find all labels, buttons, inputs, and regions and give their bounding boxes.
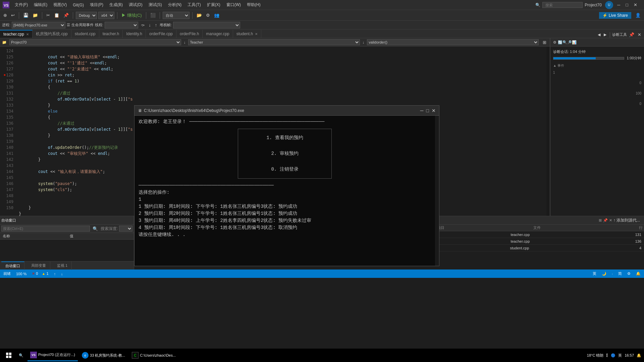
console-content[interactable]: 欢迎教师: 老王登录！ ────────────────────────────…: [135, 116, 435, 266]
tab-student-h[interactable]: student.h ✕: [233, 30, 261, 38]
settings-gear-icon[interactable]: ⚙: [627, 272, 631, 276]
menu-window[interactable]: 窗口(W): [224, 1, 244, 8]
menu-analyze[interactable]: 分析(N): [165, 1, 184, 8]
platform-select[interactable]: x64: [98, 12, 114, 19]
taskbar-browser-btn[interactable]: e 33 机房预约系统-教...: [79, 349, 128, 361]
zoom-icon[interactable]: 🔎: [567, 40, 572, 45]
maximize-window[interactable]: □: [624, 2, 630, 8]
panel-float-btn[interactable]: ⊞: [599, 218, 602, 223]
notification-badge[interactable]: 🔔: [637, 353, 641, 358]
minimize-window[interactable]: ─: [616, 2, 622, 8]
error-line-3: 4: [628, 246, 641, 250]
search-input[interactable]: [542, 2, 583, 8]
console-maximize[interactable]: □: [426, 108, 429, 113]
chart-icon[interactable]: 📊: [572, 40, 577, 45]
console-minimize[interactable]: ─: [420, 108, 424, 113]
paste-btn[interactable]: 📌: [62, 12, 70, 18]
diag-close-btn[interactable]: ✕: [636, 32, 643, 38]
console-input-line: 1: [139, 196, 431, 203]
tab-orderfile-cpp[interactable]: orderFile.cpp: [146, 30, 176, 38]
weather-temp: 18°C 晴朗: [587, 353, 604, 358]
debug-config-select[interactable]: Debug: [76, 12, 97, 19]
taskbar-console-btn[interactable]: C C:\Users\zhaoc\Des...: [129, 349, 178, 361]
process-select[interactable]: [9488] Project70.exe: [12, 22, 65, 28]
scope-select[interactable]: Teacher: [188, 39, 360, 45]
tab-scroll-right[interactable]: ▶: [602, 32, 608, 38]
console-scrollbar[interactable]: [435, 116, 439, 266]
close-window[interactable]: ✕: [632, 2, 639, 8]
auto-select[interactable]: 自动: [163, 12, 190, 19]
start-btn[interactable]: [3, 349, 15, 361]
menu-project[interactable]: 项目(P): [87, 1, 106, 8]
search-taskbar-btn[interactable]: 🔍: [16, 349, 26, 361]
notifications-icon[interactable]: 🔔: [636, 272, 641, 276]
liveshare-button[interactable]: ⚡ Live Share: [599, 12, 631, 19]
refresh-icon[interactable]: 🔄: [558, 40, 562, 45]
search-btn[interactable]: 🔍: [91, 226, 99, 232]
step-into-btn[interactable]: ↓: [147, 22, 152, 28]
step-out-btn[interactable]: ↑: [154, 22, 159, 28]
undo-btn[interactable]: ↩: [10, 12, 16, 18]
auto-search-input[interactable]: [1, 226, 90, 232]
save-btn[interactable]: 💾: [22, 12, 30, 18]
menu-git[interactable]: Git(G): [70, 2, 87, 8]
tab-student-cpp[interactable]: student.cpp: [71, 30, 99, 38]
new-project-btn[interactable]: ⊕: [2, 12, 8, 18]
tab-auto-window[interactable]: 自动窗口: [1, 261, 24, 270]
solution-explore-btn[interactable]: 📂: [195, 12, 203, 18]
tab-teacher-h[interactable]: teacher.h: [99, 30, 123, 38]
col-value: 值: [67, 233, 134, 239]
console-close[interactable]: ✕: [432, 108, 436, 113]
menu-test[interactable]: 测试(S): [146, 1, 165, 8]
panel-pin-btn[interactable]: 📌: [603, 218, 608, 223]
taskbar-vs-btn[interactable]: VS Project70 (正在运行...): [28, 349, 78, 361]
welcome-text: 欢迎教师: 老王登录！: [139, 119, 186, 124]
function-select[interactable]: validorder(): [367, 39, 539, 45]
menu-view[interactable]: 视图(V): [51, 1, 69, 8]
menu-edit[interactable]: 编辑(E): [31, 1, 50, 8]
editor-scrollbar[interactable]: [546, 47, 550, 216]
cut-btn[interactable]: ✂: [45, 12, 51, 18]
timer-fill: [553, 57, 596, 59]
continue-btn[interactable]: ▶ 继续(C): [120, 12, 143, 19]
tab-local-vars[interactable]: 局部变量: [27, 261, 50, 270]
tab-orderfile-h[interactable]: orderFile.h: [176, 30, 203, 38]
close-icon[interactable]: ✕: [255, 32, 258, 36]
settings-icon[interactable]: ⚙: [553, 40, 556, 45]
tab-jifahng-cpp[interactable]: 机房预约系统.cpp: [33, 30, 71, 38]
thread-select[interactable]: [105, 22, 138, 28]
nav-up-icon[interactable]: ↑: [54, 272, 56, 276]
tab-bar: teacher.cpp ✕ 机房预约系统.cpp student.cpp tea…: [0, 29, 644, 38]
copy-btn[interactable]: 📋: [53, 12, 61, 18]
menu-tools[interactable]: 工具(T): [185, 1, 203, 8]
bluetooth-icon: 🔵: [611, 353, 615, 358]
step-over-btn[interactable]: ⤼: [140, 22, 146, 28]
diag-pin-btn[interactable]: 📌: [628, 32, 636, 38]
properties-btn[interactable]: ⚙: [205, 12, 211, 18]
tab-manager-cpp[interactable]: manager.cpp: [203, 30, 233, 38]
menu-extensions[interactable]: 扩展(X): [204, 1, 223, 8]
debug-bar: 进程: [9488] Project70.exe ☰ 生命周期事件 线程: ⤼ …: [0, 21, 644, 29]
menu-help[interactable]: 帮助(H): [244, 1, 263, 8]
depth-select[interactable]: [119, 226, 132, 232]
menu-file[interactable]: 文件(F): [12, 1, 31, 8]
menu-build[interactable]: 生成(B): [107, 1, 125, 8]
panel-close-btn[interactable]: ✕: [609, 218, 612, 223]
team-btn[interactable]: 👥: [213, 12, 221, 18]
project-select[interactable]: Project70: [9, 39, 181, 45]
close-icon[interactable]: ✕: [26, 33, 29, 36]
menu-debug[interactable]: 调试(D): [126, 1, 145, 8]
save-all-btn[interactable]: 📁: [31, 12, 39, 18]
nav-down-icon[interactable]: ↓: [61, 272, 63, 276]
expand-btn[interactable]: ⊞: [541, 39, 548, 46]
tab-teacher-cpp[interactable]: teacher.cpp ✕: [0, 30, 33, 38]
tab-identity-h[interactable]: Identity.h: [123, 30, 146, 38]
search-diag-icon[interactable]: 🔍: [562, 40, 567, 45]
stop-btn[interactable]: ⬛: [149, 12, 157, 18]
account-btn[interactable]: 👤: [634, 12, 642, 18]
stack-select[interactable]: [173, 22, 240, 28]
tab-scroll-left[interactable]: ◀: [596, 32, 602, 38]
user-avatar[interactable]: U: [605, 1, 613, 9]
error-line-1: 131: [628, 233, 641, 237]
tab-watch-1[interactable]: 监视 1: [53, 261, 72, 270]
